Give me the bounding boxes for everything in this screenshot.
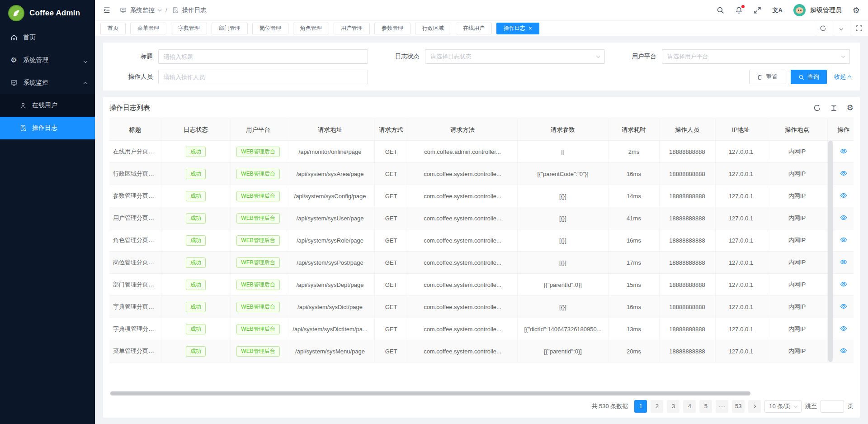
handler-cell: com.coffee.system.controlle... [408,207,517,229]
table-row: 部门管理分页查询成功WEB管理后台/api/system/sysDept/pag… [109,274,854,296]
method-cell: GET [374,163,408,185]
column-header: 请求参数 [517,119,609,141]
close-icon[interactable]: × [528,25,532,31]
page-number[interactable]: 5 [699,400,712,413]
view-icon[interactable] [840,148,847,155]
duration-cell: 13ms [609,318,659,340]
vertical-scrollbar[interactable] [828,141,833,362]
sidebar-item-label: 首页 [23,33,36,42]
column-header: 操作地点 [767,119,827,141]
monitor-icon [120,7,127,14]
refresh-icon[interactable] [814,21,832,36]
avatar[interactable] [793,4,806,16]
params-cell: [{"dictId":140647326180950... [517,318,609,340]
title-cell: 部门管理分页查询 [109,274,161,296]
params-cell: [{}] [517,252,609,274]
sidebar-collapse-icon[interactable] [103,6,111,14]
sidebar-item-op-logs[interactable]: 操作日志 [0,117,95,139]
fullscreen-icon[interactable] [754,6,761,14]
status-select[interactable]: 请选择日志状态 [425,49,605,64]
table-settings-gear-icon[interactable]: ⚙ [847,104,854,112]
platform-select[interactable]: 请选择用户平台 [662,49,850,64]
platform-cell: WEB管理后台 [231,163,286,185]
platform-tag: WEB管理后台 [236,235,279,246]
action-cell [834,229,854,252]
page-number[interactable]: 2 [651,400,663,413]
title-input[interactable] [164,53,363,60]
username[interactable]: 超级管理员 [810,6,842,14]
collapse-label: 收起 [834,73,846,81]
refresh-icon[interactable] [813,104,821,112]
tab-item[interactable]: 用户管理 [334,23,370,34]
tab-active[interactable]: 操作日志× [496,23,539,34]
page-size-select[interactable]: 10 条/页 [764,400,802,413]
tab-label: 操作日志 [504,24,525,32]
search-button[interactable]: 查询 [791,70,827,84]
tab-label: 部门管理 [219,24,241,32]
tab-item[interactable]: 首页 [100,23,126,34]
page-number[interactable]: 53 [732,400,745,413]
jump-page-input[interactable] [821,400,844,413]
notification-bell-icon[interactable] [735,6,743,14]
table-empty-space [109,362,854,391]
tab-item[interactable]: 角色管理 [293,23,329,34]
column-height-icon[interactable] [830,104,838,112]
table-row: 参数管理分页查询成功WEB管理后台/api/system/sysConfig/p… [109,185,854,207]
method-cell: GET [374,207,408,229]
view-icon[interactable] [840,236,847,243]
tab-item[interactable]: 字典管理 [171,23,207,34]
search-icon[interactable] [717,6,724,14]
breadcrumb-parent[interactable]: 系统监控 [130,6,155,14]
tab-item[interactable]: 在线用户 [456,23,492,34]
chevron-down-icon[interactable] [832,21,850,36]
sidebar-item-online-users[interactable]: 在线用户 [0,94,95,117]
operator-input[interactable] [164,74,363,81]
reset-label: 重置 [766,73,778,81]
page-number[interactable]: 3 [667,400,679,413]
translate-icon[interactable]: 文A [772,6,782,14]
maximize-icon[interactable] [850,21,868,36]
tab-item[interactable]: 行政区域 [415,23,451,34]
table-row: 字典管理分页查询成功WEB管理后台/api/system/sysDict/pag… [109,296,854,318]
view-icon[interactable] [840,192,847,199]
status-cell: 成功 [161,340,231,362]
tab-item[interactable]: 部门管理 [212,23,248,34]
sidebar-item-system-monitor[interactable]: 系统监控 [0,71,95,94]
tab-item[interactable]: 参数管理 [374,23,410,34]
handler-cell: com.coffee.system.controlle... [408,274,517,296]
next-page-button[interactable] [748,400,761,413]
location-cell: 内网IP [767,296,827,318]
page-size-value: 10 条/页 [769,402,791,410]
monitor-icon [10,79,18,87]
platform-cell: WEB管理后台 [231,185,286,207]
view-icon[interactable] [840,303,847,310]
ip-cell: 127.0.0.1 [715,229,767,252]
view-icon[interactable] [840,258,847,266]
collapse-filters-link[interactable]: 收起 [834,73,851,81]
page-number[interactable]: 1 [634,400,647,413]
page-ellipsis[interactable]: ··· [716,400,728,413]
sidebar-item-system-mgmt[interactable]: ⚙ 系统管理 [0,49,95,71]
table-row: 行政区域分页查询成功WEB管理后台/api/system/sysArea/pag… [109,163,854,185]
view-icon[interactable] [840,325,847,332]
duration-cell: 41ms [609,207,659,229]
column-header: 日志状态 [161,119,231,141]
view-icon[interactable] [840,281,847,288]
tab-item[interactable]: 岗位管理 [252,23,288,34]
operator-cell: 18888888888 [659,229,715,252]
horizontal-scrollbar-thumb[interactable] [110,391,750,395]
breadcrumb: 系统监控 / 操作日志 [120,6,207,14]
page-number[interactable]: 4 [683,400,696,413]
operator-cell: 18888888888 [659,141,715,163]
duration-cell: 16ms [609,296,659,318]
ip-cell: 127.0.0.1 [715,296,767,318]
reset-button[interactable]: 重置 [749,70,785,84]
view-icon[interactable] [840,170,847,177]
settings-gear-icon[interactable]: ⚙ [853,6,860,14]
sidebar-item-home[interactable]: 首页 [0,26,95,49]
platform-label: 用户平台 [615,52,662,61]
view-icon[interactable] [840,347,847,354]
duration-cell: 17ms [609,252,659,274]
view-icon[interactable] [840,214,847,221]
tab-item[interactable]: 菜单管理 [130,23,166,34]
